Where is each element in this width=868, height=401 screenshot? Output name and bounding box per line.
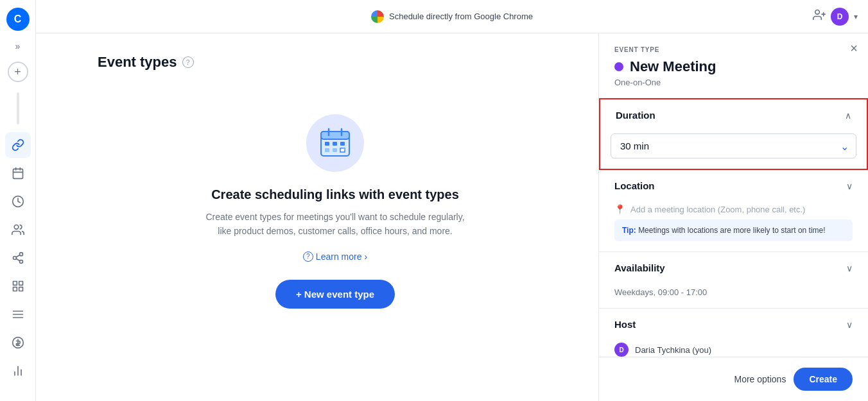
create-button[interactable]: Create — [794, 368, 853, 391]
svg-rect-29 — [325, 142, 329, 146]
empty-state: Create scheduling links with event types… — [98, 114, 573, 309]
add-person-icon[interactable] — [813, 8, 826, 24]
content-area: Event types ? — [72, 33, 598, 401]
topbar: Schedule directly from Google Chrome D ▾ — [36, 0, 868, 33]
sidebar-item-money[interactable] — [5, 330, 31, 355]
tip-box: Tip: Meetings with locations are more li… — [614, 219, 853, 241]
location-placeholder[interactable]: Add a meeting location (Zoom, phone call… — [630, 205, 805, 214]
learn-more-link[interactable]: ? Learn more › — [303, 252, 367, 262]
panel-header: EVENT TYPE New Meeting One-on-One — [599, 33, 868, 98]
panel-footer: More options Create — [599, 357, 868, 401]
host-name: Daria Tychkina (you) — [635, 345, 711, 355]
panel-close-button[interactable]: × — [850, 41, 858, 56]
duration-select-wrap: 15 min 30 min 45 min 60 min 90 min 2 hrs… — [611, 133, 856, 158]
availability-section-header[interactable]: Availability ∨ — [599, 252, 868, 284]
location-pin-icon: 📍 — [614, 204, 625, 214]
more-options-button[interactable]: More options — [734, 374, 786, 384]
sidebar-nav — [0, 132, 35, 384]
sidebar-collapse-icon[interactable]: » — [13, 38, 23, 54]
availability-section: Availability ∨ Weekdays, 09:00 - 17:00 — [599, 252, 868, 309]
tip-text: Meetings with locations are more likely … — [638, 226, 825, 235]
main-area: Event types ? — [72, 33, 868, 401]
topbar-right: D ▾ — [813, 8, 858, 26]
host-title: Host — [614, 319, 636, 330]
calendar-illustration — [306, 114, 364, 172]
svg-rect-0 — [13, 169, 22, 178]
sidebar-item-calendar[interactable] — [5, 160, 31, 186]
learn-more-chevron-icon: › — [364, 252, 367, 262]
svg-rect-12 — [19, 282, 22, 286]
add-button[interactable]: + — [8, 62, 28, 82]
availability-chevron-icon: ∨ — [846, 263, 853, 273]
host-section: Host ∨ D Daria Tychkina (you) — [599, 309, 868, 357]
sidebar-item-clock[interactable] — [5, 189, 31, 214]
panel-meeting-sub: One-on-One — [614, 78, 853, 87]
svg-rect-13 — [19, 287, 22, 291]
availability-value: Weekdays, 09:00 - 17:00 — [614, 287, 707, 297]
svg-line-9 — [16, 259, 20, 260]
location-section: Location ∨ 📍 Add a meeting location (Zoo… — [599, 170, 868, 252]
svg-rect-11 — [13, 282, 17, 286]
sidebar-item-share[interactable] — [5, 245, 31, 271]
duration-section-header[interactable]: Duration ∧ — [600, 99, 867, 131]
event-type-label: EVENT TYPE — [614, 46, 853, 53]
svg-line-10 — [16, 255, 20, 257]
svg-rect-33 — [333, 148, 337, 152]
location-chevron-icon: ∨ — [846, 181, 853, 191]
panel-meeting-title: New Meeting — [630, 58, 716, 75]
chrome-promo: Schedule directly from Google Chrome — [371, 10, 533, 23]
empty-state-title: Create scheduling links with event types — [211, 187, 459, 202]
location-content: 📍 Add a meeting location (Zoom, phone ca… — [599, 201, 868, 252]
empty-state-desc: Create event types for meetings you'll w… — [200, 210, 470, 239]
location-section-header[interactable]: Location ∨ — [599, 170, 868, 201]
new-event-type-button[interactable]: + New event type — [275, 280, 395, 309]
location-title: Location — [614, 180, 655, 191]
promo-text: Schedule directly from Google Chrome — [389, 12, 533, 21]
duration-select[interactable]: 15 min 30 min 45 min 60 min 90 min 2 hrs — [611, 133, 856, 158]
host-row: D Daria Tychkina (you) — [614, 343, 853, 357]
svg-rect-14 — [13, 287, 17, 291]
svg-point-5 — [14, 225, 19, 230]
chrome-logo-icon — [371, 10, 384, 23]
host-avatar: D — [614, 343, 629, 357]
host-section-header[interactable]: Host ∨ — [599, 309, 868, 340]
duration-chevron-icon: ∧ — [845, 110, 851, 121]
duration-title: Duration — [616, 110, 655, 121]
help-icon[interactable]: ? — [182, 56, 194, 68]
svg-point-22 — [815, 10, 820, 15]
tip-label: Tip: — [622, 226, 636, 235]
learn-more-help-icon: ? — [303, 252, 313, 262]
right-panel: × EVENT TYPE New Meeting One-on-One Dura… — [598, 33, 868, 401]
app-logo[interactable]: C — [6, 8, 30, 31]
user-avatar[interactable]: D — [831, 8, 849, 26]
panel-body: Duration ∧ 15 min 30 min 45 min 60 min 9… — [599, 98, 868, 357]
sidebar-scrollbar — [17, 92, 19, 124]
sidebar-item-manage[interactable] — [5, 302, 31, 327]
page-title-row: Event types ? — [98, 54, 573, 71]
availability-title: Availability — [614, 262, 665, 273]
duration-section: Duration ∧ 15 min 30 min 45 min 60 min 9… — [599, 98, 868, 170]
svg-rect-32 — [325, 148, 329, 152]
svg-rect-31 — [340, 142, 345, 146]
sidebar-item-chart[interactable] — [5, 358, 31, 384]
sidebar-item-grid[interactable] — [5, 273, 31, 299]
host-content: D Daria Tychkina (you) — [599, 340, 868, 357]
learn-more-text: Learn more — [316, 252, 362, 262]
event-color-dot — [614, 62, 623, 71]
sidebar-item-links[interactable] — [5, 132, 31, 158]
sidebar-item-team[interactable] — [5, 217, 31, 243]
avatar-dropdown-icon[interactable]: ▾ — [854, 12, 858, 21]
location-input-row: 📍 Add a meeting location (Zoom, phone ca… — [614, 204, 853, 214]
availability-content: Weekdays, 09:00 - 17:00 — [599, 284, 868, 308]
svg-rect-26 — [321, 132, 349, 139]
sidebar: C » + — [0, 0, 36, 401]
panel-title-row: New Meeting — [614, 58, 853, 75]
svg-rect-30 — [333, 142, 337, 146]
host-chevron-icon: ∨ — [846, 320, 853, 330]
page-title: Event types — [98, 54, 177, 71]
duration-content: 15 min 30 min 45 min 60 min 90 min 2 hrs… — [600, 131, 867, 169]
